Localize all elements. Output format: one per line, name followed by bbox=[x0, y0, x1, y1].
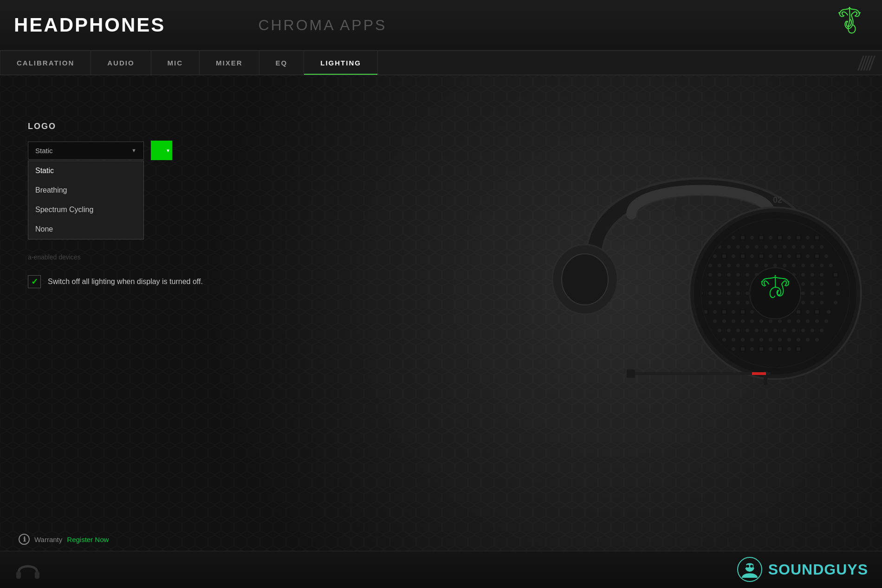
svg-point-164 bbox=[801, 329, 805, 332]
tab-calibration[interactable]: CALIBRATION bbox=[0, 51, 91, 75]
dropdown-row: Static ▼ Static Breathing Spectrum Cycli… bbox=[28, 141, 260, 160]
svg-point-31 bbox=[773, 245, 777, 249]
tab-audio[interactable]: AUDIO bbox=[91, 51, 151, 75]
svg-point-184 bbox=[769, 347, 772, 351]
svg-point-151 bbox=[806, 319, 810, 323]
svg-point-185 bbox=[778, 347, 782, 351]
left-panel: LOGO Static ▼ Static Breathing bbox=[28, 94, 260, 500]
svg-point-55 bbox=[736, 264, 740, 267]
svg-point-64 bbox=[820, 264, 824, 267]
svg-point-169 bbox=[732, 338, 735, 342]
soundguys-mascot-icon bbox=[737, 557, 763, 582]
svg-point-32 bbox=[783, 245, 786, 249]
svg-point-161 bbox=[773, 329, 777, 332]
dropdown-item-static[interactable]: Static bbox=[28, 161, 143, 181]
svg-rect-195 bbox=[627, 369, 635, 378]
svg-point-41 bbox=[741, 254, 745, 258]
svg-point-39 bbox=[722, 254, 726, 258]
svg-point-15 bbox=[750, 236, 754, 239]
svg-point-65 bbox=[829, 264, 833, 267]
svg-point-99 bbox=[727, 291, 731, 295]
tab-mic[interactable]: MIC bbox=[151, 51, 200, 75]
svg-rect-205 bbox=[753, 564, 756, 568]
svg-point-128 bbox=[722, 310, 726, 314]
svg-point-57 bbox=[755, 264, 759, 267]
svg-point-46 bbox=[787, 254, 791, 258]
dropdown-item-breathing[interactable]: Breathing bbox=[28, 181, 143, 200]
tab-mixer[interactable]: MIXER bbox=[200, 51, 259, 75]
svg-point-172 bbox=[759, 338, 763, 342]
svg-point-95 bbox=[836, 282, 840, 286]
svg-point-180 bbox=[732, 347, 735, 351]
register-now-link[interactable]: Register Now bbox=[67, 536, 109, 543]
svg-point-173 bbox=[769, 338, 772, 342]
svg-rect-204 bbox=[744, 564, 746, 568]
svg-point-77 bbox=[801, 273, 805, 277]
svg-point-137 bbox=[806, 310, 810, 314]
dropdown-item-spectrum[interactable]: Spectrum Cycling bbox=[28, 200, 143, 220]
tab-eq[interactable]: EQ bbox=[259, 51, 305, 75]
svg-point-60 bbox=[783, 264, 786, 267]
svg-point-14 bbox=[741, 236, 745, 239]
svg-point-109 bbox=[820, 291, 824, 295]
svg-point-162 bbox=[783, 329, 786, 332]
svg-point-59 bbox=[773, 264, 777, 267]
tab-lighting[interactable]: LIGHTING bbox=[304, 51, 378, 75]
svg-point-38 bbox=[713, 254, 717, 258]
svg-point-47 bbox=[797, 254, 800, 258]
svg-point-84 bbox=[727, 282, 731, 286]
svg-point-36 bbox=[820, 245, 824, 249]
svg-point-144 bbox=[741, 319, 745, 323]
svg-point-83 bbox=[718, 282, 721, 286]
svg-point-16 bbox=[759, 236, 763, 239]
color-picker-arrow-icon: ▼ bbox=[166, 148, 170, 153]
svg-point-22 bbox=[815, 236, 819, 239]
svg-point-43 bbox=[759, 254, 763, 258]
svg-point-174 bbox=[778, 338, 782, 342]
svg-point-142 bbox=[722, 319, 726, 323]
svg-point-79 bbox=[820, 273, 824, 277]
dropdown-item-none[interactable]: None bbox=[28, 220, 143, 239]
svg-point-112 bbox=[708, 301, 712, 304]
svg-point-146 bbox=[759, 319, 763, 323]
svg-point-152 bbox=[815, 319, 819, 323]
svg-point-127 bbox=[713, 310, 717, 314]
svg-point-168 bbox=[722, 338, 726, 342]
svg-point-145 bbox=[750, 319, 754, 323]
razer-logo-icon bbox=[831, 5, 868, 45]
svg-point-2 bbox=[849, 7, 850, 8]
svg-point-124 bbox=[820, 301, 824, 304]
svg-point-143 bbox=[732, 319, 735, 323]
warranty-label: Warranty bbox=[34, 536, 62, 543]
main-content: LOGO Static ▼ Static Breathing bbox=[0, 75, 882, 518]
svg-point-78 bbox=[811, 273, 814, 277]
svg-point-125 bbox=[834, 301, 837, 304]
chroma-sync-text: a-enabled devices bbox=[28, 253, 260, 261]
svg-point-176 bbox=[797, 338, 800, 342]
bottom-bar: ℹ Warranty Register Now bbox=[0, 528, 882, 551]
svg-point-157 bbox=[736, 329, 740, 332]
svg-point-63 bbox=[811, 264, 814, 267]
dropdown-arrow-icon: ▼ bbox=[131, 148, 136, 153]
section-label: LOGO bbox=[28, 122, 260, 131]
svg-point-149 bbox=[787, 319, 791, 323]
svg-point-153 bbox=[824, 319, 828, 323]
svg-point-92 bbox=[801, 282, 805, 286]
svg-point-18 bbox=[778, 236, 782, 239]
svg-point-71 bbox=[746, 273, 749, 277]
svg-point-150 bbox=[797, 319, 800, 323]
footer-headphone-icon bbox=[14, 556, 42, 584]
svg-point-183 bbox=[759, 347, 763, 351]
svg-point-191 bbox=[775, 275, 776, 277]
color-picker-button[interactable]: ▼ bbox=[151, 141, 172, 160]
svg-rect-194 bbox=[752, 372, 766, 375]
svg-point-94 bbox=[820, 282, 824, 286]
svg-point-147 bbox=[769, 319, 772, 323]
headphone-image: 02 bbox=[538, 108, 863, 411]
svg-point-122 bbox=[801, 301, 805, 304]
lighting-mode-select[interactable]: Static ▼ bbox=[28, 142, 144, 160]
lighting-checkbox[interactable]: ✓ bbox=[28, 275, 41, 288]
svg-point-202 bbox=[746, 565, 749, 568]
svg-point-115 bbox=[736, 301, 740, 304]
svg-point-80 bbox=[834, 273, 837, 277]
